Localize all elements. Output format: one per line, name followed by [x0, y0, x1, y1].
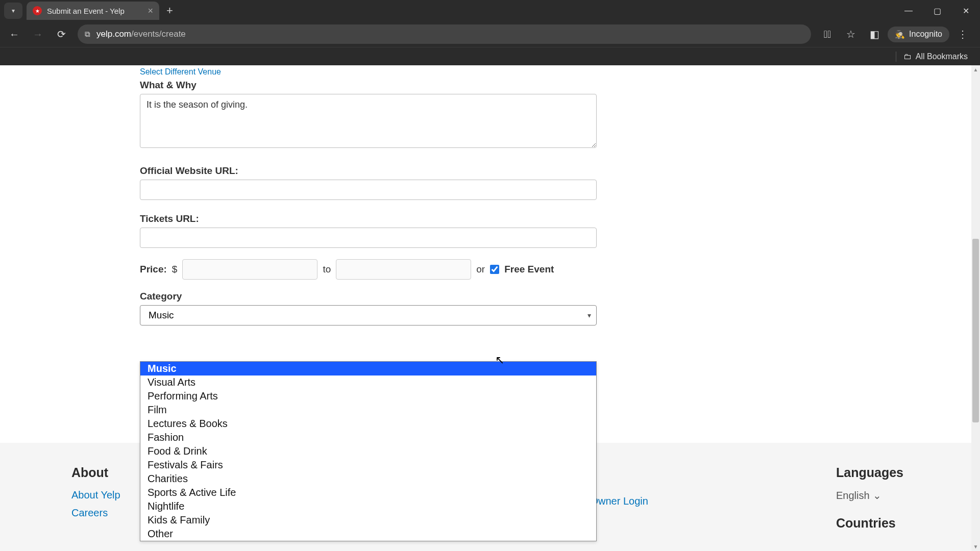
category-option-other[interactable]: Other: [140, 527, 596, 541]
footer-col-languages: Languages English ⌄ Countries: [836, 465, 903, 540]
price-to-label: to: [323, 264, 331, 275]
scrollbar-thumb[interactable]: [972, 239, 979, 422]
price-or-label: or: [476, 264, 485, 275]
bookmarks-bar: 🗀 All Bookmarks: [0, 47, 980, 65]
what-why-label: What & Why: [140, 80, 599, 91]
price-label: Price:: [140, 264, 167, 275]
free-event-checkbox[interactable]: [490, 265, 499, 274]
scroll-down-button[interactable]: ▼: [971, 542, 980, 551]
category-option-lectures-books[interactable]: Lectures & Books: [140, 417, 596, 431]
free-event-label: Free Event: [504, 264, 554, 275]
minimize-button[interactable]: —: [894, 0, 923, 21]
category-option-sports-active-life[interactable]: Sports & Active Life: [140, 486, 596, 499]
language-selector[interactable]: English ⌄: [836, 489, 903, 502]
chevron-down-icon: ▾: [587, 311, 591, 319]
scroll-up-button[interactable]: ▲: [971, 65, 980, 74]
footer-countries-heading: Countries: [836, 516, 903, 531]
footer-link-about-yelp[interactable]: About Yelp: [71, 489, 120, 501]
category-selected-value: Music: [149, 310, 174, 321]
address-bar: ← → ⟳ ⧉ yelp.com/events/create 👁̸ ☆ ◧ 🕵 …: [0, 21, 980, 47]
category-option-nightlife[interactable]: Nightlife: [140, 499, 596, 513]
category-option-food-drink[interactable]: Food & Drink: [140, 444, 596, 458]
page-viewport: About About Yelp Careers . Collections .…: [0, 65, 980, 551]
category-dropdown[interactable]: Music Visual Arts Performing Arts Film L…: [140, 361, 597, 541]
price-row: Price: $ to or Free Event: [140, 259, 599, 280]
select-different-venue-link[interactable]: Select Different Venue: [140, 67, 599, 77]
footer-link-careers[interactable]: Careers: [71, 507, 120, 519]
back-button[interactable]: ←: [4, 24, 24, 44]
website-url-label: Official Website URL:: [140, 165, 599, 177]
url-box[interactable]: ⧉ yelp.com/events/create: [78, 24, 811, 44]
reload-button[interactable]: ⟳: [51, 24, 71, 44]
vertical-scrollbar[interactable]: ▲ ▼: [971, 65, 980, 551]
all-bookmarks-button[interactable]: 🗀 All Bookmarks: [903, 52, 968, 61]
event-form: Select Different Venue What & Why It is …: [140, 67, 599, 325]
tickets-url-input[interactable]: [140, 228, 597, 248]
category-option-fashion[interactable]: Fashion: [140, 431, 596, 444]
window-controls: — ▢ ✕: [894, 0, 980, 21]
new-tab-button[interactable]: +: [166, 4, 173, 17]
category-option-visual-arts[interactable]: Visual Arts: [140, 375, 596, 389]
browser-chrome: ▾ Submit an Event - Yelp × + — ▢ ✕ ← → ⟳…: [0, 0, 980, 65]
price-to-input[interactable]: [336, 259, 471, 280]
sidepanel-icon[interactable]: ◧: [864, 24, 885, 44]
close-tab-icon[interactable]: ×: [148, 6, 153, 16]
tickets-url-label: Tickets URL:: [140, 213, 599, 224]
footer-col-about: About About Yelp Careers: [71, 465, 120, 540]
bookmarks-separator: [896, 52, 896, 62]
incognito-icon: 🕵: [895, 30, 905, 39]
price-from-input[interactable]: [182, 259, 317, 280]
category-option-performing-arts[interactable]: Performing Arts: [140, 389, 596, 403]
tab-search-button[interactable]: ▾: [4, 3, 22, 19]
url-domain: yelp.com: [96, 29, 131, 39]
forward-button[interactable]: →: [28, 24, 48, 44]
tracking-icon[interactable]: 👁̸: [817, 24, 838, 44]
bookmark-star-icon[interactable]: ☆: [841, 24, 861, 44]
footer-about-heading: About: [71, 465, 120, 480]
yelp-favicon-icon: [33, 6, 42, 15]
url-path: /events/create: [131, 29, 186, 39]
language-selected: English: [836, 490, 870, 502]
all-bookmarks-label: All Bookmarks: [916, 52, 968, 61]
maximize-button[interactable]: ▢: [923, 0, 951, 21]
category-option-kids-family[interactable]: Kids & Family: [140, 513, 596, 527]
chevron-down-icon: ⌄: [873, 489, 881, 502]
kebab-menu-icon[interactable]: ⋮: [952, 24, 973, 44]
category-label: Category: [140, 291, 599, 302]
tab-title: Submit an Event - Yelp: [47, 7, 142, 15]
footer-languages-heading: Languages: [836, 465, 903, 480]
what-why-textarea[interactable]: It is the season of giving.: [140, 94, 597, 148]
browser-tab[interactable]: Submit an Event - Yelp ×: [27, 2, 159, 20]
folder-icon: 🗀: [903, 52, 912, 61]
incognito-label: Incognito: [909, 30, 942, 39]
site-info-icon[interactable]: ⧉: [85, 30, 90, 39]
category-select[interactable]: Music ▾: [140, 305, 597, 325]
close-window-button[interactable]: ✕: [951, 0, 980, 21]
website-url-input[interactable]: [140, 180, 597, 200]
dollar-sign: $: [172, 264, 178, 275]
category-option-charities[interactable]: Charities: [140, 472, 596, 486]
incognito-indicator[interactable]: 🕵 Incognito: [888, 27, 949, 42]
tab-bar: ▾ Submit an Event - Yelp × + — ▢ ✕: [0, 0, 980, 21]
category-option-festivals-fairs[interactable]: Festivals & Fairs: [140, 458, 596, 472]
category-option-film[interactable]: Film: [140, 403, 596, 417]
category-option-music[interactable]: Music: [140, 362, 596, 375]
